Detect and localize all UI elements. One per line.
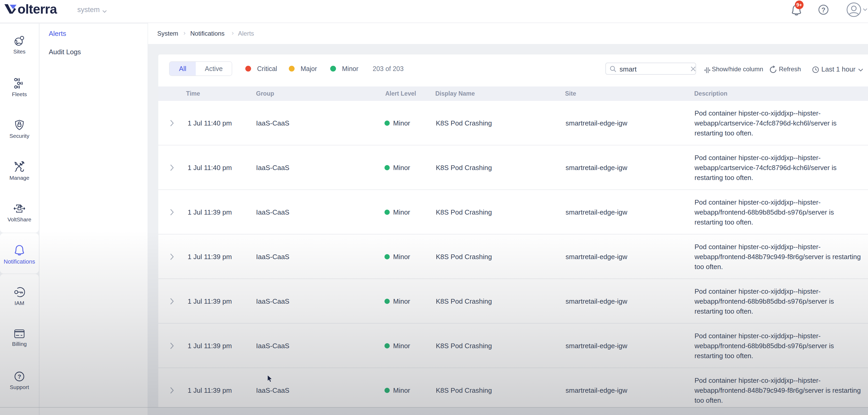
svg-text:olterra: olterra: [18, 3, 57, 17]
svg-text:?: ?: [18, 373, 21, 380]
